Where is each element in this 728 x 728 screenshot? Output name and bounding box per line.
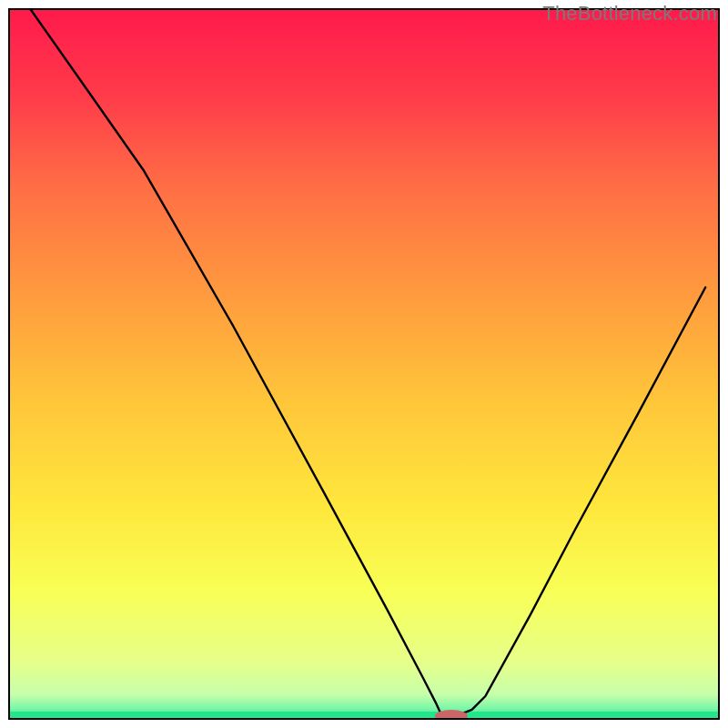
minimum-marker	[435, 710, 468, 723]
bottleneck-chart	[0, 0, 728, 728]
gradient-background	[9, 9, 719, 719]
chart-container: TheBottleneck.com	[0, 0, 728, 728]
watermark-text: TheBottleneck.com	[542, 2, 717, 25]
green-bottom-band	[9, 712, 719, 719]
